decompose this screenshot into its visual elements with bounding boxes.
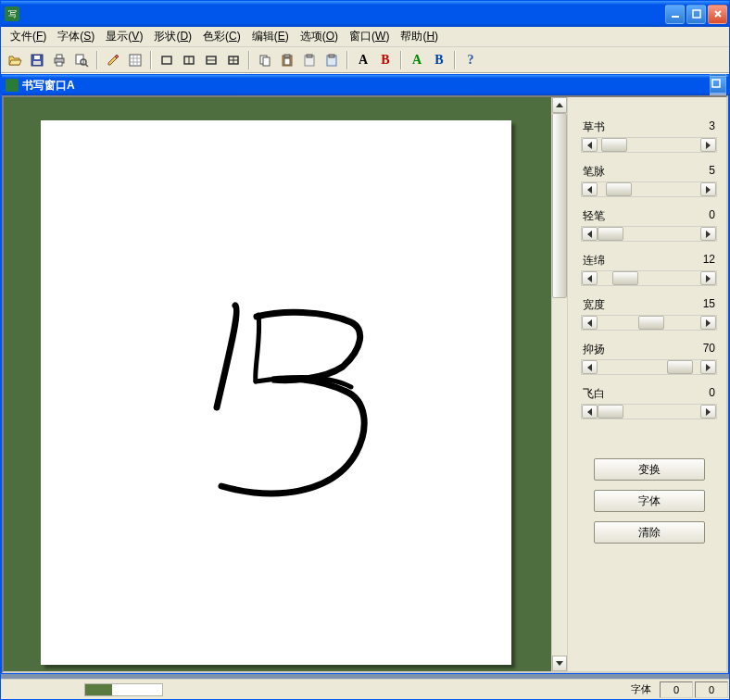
toolbar-separator	[454, 51, 456, 69]
print-icon[interactable]	[49, 50, 69, 70]
svg-rect-27	[284, 55, 290, 57]
slider-label-2: 轻笔	[583, 208, 605, 224]
letter-a1[interactable]: A	[353, 50, 373, 70]
slider-thumb-6[interactable]	[598, 405, 623, 419]
clipboard-icon[interactable]	[299, 50, 320, 70]
slider-right-5[interactable]	[700, 360, 716, 374]
toolbar-separator	[400, 51, 402, 69]
letter-b1[interactable]: B	[375, 50, 396, 70]
slider-left-3[interactable]	[582, 271, 598, 285]
copy-icon[interactable]	[255, 50, 275, 70]
scroll-down-button[interactable]	[552, 656, 567, 671]
slider-track-3[interactable]	[598, 271, 700, 285]
open-icon[interactable]	[5, 50, 25, 70]
rect2-icon[interactable]	[179, 50, 199, 70]
slider-thumb-1[interactable]	[606, 182, 632, 196]
letter-b2[interactable]: B	[429, 50, 449, 70]
slider-value-6: 0	[709, 386, 715, 402]
slider-track-2[interactable]	[598, 227, 700, 241]
slider-thumb-0[interactable]	[601, 138, 627, 152]
letter-a2[interactable]: A	[407, 50, 427, 70]
maximize-button[interactable]	[686, 5, 706, 24]
slider-right-1[interactable]	[700, 182, 716, 196]
rect3-icon[interactable]	[201, 50, 221, 70]
font-button[interactable]: 字体	[594, 490, 705, 512]
slider-thumb-5[interactable]	[667, 360, 693, 374]
menu-s[interactable]: 字体(S)	[52, 27, 100, 46]
menu-w[interactable]: 窗口(W)	[344, 27, 395, 46]
slider-right-6[interactable]	[700, 405, 716, 419]
slider-track-6[interactable]	[598, 405, 700, 419]
slider-bar-0[interactable]	[581, 137, 717, 153]
pencil-icon[interactable]	[103, 50, 123, 70]
slider-value-4: 15	[703, 297, 715, 313]
menu-d[interactable]: 形状(D)	[148, 27, 197, 46]
save-icon[interactable]	[27, 50, 47, 70]
status-pane-1: 0	[660, 681, 693, 698]
slider-right-3[interactable]	[700, 271, 716, 285]
menu-h[interactable]: 帮助(H)	[395, 27, 444, 46]
child-window: 书写窗口A	[1, 74, 729, 674]
close-button[interactable]	[708, 5, 727, 24]
slider-0: 草书3	[581, 119, 717, 153]
svg-rect-0	[672, 16, 679, 18]
slider-6: 飞白0	[581, 386, 717, 419]
minimize-button[interactable]	[665, 5, 685, 24]
slider-left-2[interactable]	[582, 227, 598, 241]
slider-value-5: 70	[703, 342, 715, 357]
toolbar-separator	[346, 51, 348, 69]
slider-bar-3[interactable]	[581, 270, 717, 286]
slider-right-0[interactable]	[700, 138, 716, 152]
slider-thumb-4[interactable]	[638, 316, 664, 330]
child-titlebar[interactable]: 书写窗口A	[2, 75, 728, 95]
svg-rect-1	[693, 10, 700, 18]
svg-rect-28	[284, 58, 290, 65]
slider-left-4[interactable]	[582, 316, 598, 330]
scroll-up-button[interactable]	[552, 97, 567, 113]
child-maximize-button[interactable]	[710, 77, 726, 94]
preview-icon[interactable]	[71, 50, 92, 70]
status-progress	[84, 683, 163, 696]
slider-bar-4[interactable]	[581, 315, 717, 331]
slider-label-6: 飞白	[583, 386, 605, 402]
menu-o[interactable]: 选项(O)	[295, 27, 344, 46]
scroll-thumb[interactable]	[552, 113, 567, 298]
slider-track-0[interactable]	[598, 138, 700, 152]
slider-thumb-2[interactable]	[598, 227, 623, 241]
grid-icon[interactable]	[125, 50, 145, 70]
rect4-icon[interactable]	[223, 50, 244, 70]
slider-thumb-3[interactable]	[612, 271, 638, 285]
menu-v[interactable]: 显示(V)	[100, 27, 148, 46]
menu-c[interactable]: 色彩(C)	[197, 27, 246, 46]
child-body: 草书3笔脉5轻笔0连绵12宽度15抑扬70飞白0 变换 字体 清除	[2, 95, 728, 673]
slider-track-1[interactable]	[598, 182, 700, 196]
paste-icon[interactable]	[277, 50, 297, 70]
slider-bar-1[interactable]	[581, 181, 717, 197]
slider-right-2[interactable]	[700, 227, 716, 241]
rect1-icon[interactable]	[157, 50, 177, 70]
clear-button[interactable]: 清除	[594, 521, 705, 544]
scroll-track[interactable]	[552, 298, 567, 656]
slider-bar-2[interactable]	[581, 226, 717, 242]
help-icon[interactable]: ?	[460, 50, 481, 70]
vertical-scrollbar[interactable]	[551, 97, 567, 671]
slider-left-6[interactable]	[582, 405, 598, 419]
main-titlebar[interactable]: 写	[1, 1, 729, 27]
menu-e[interactable]: 编辑(E)	[246, 27, 295, 46]
slider-2: 轻笔0	[581, 208, 717, 242]
slider-left-5[interactable]	[582, 360, 598, 374]
slider-track-4[interactable]	[598, 316, 700, 330]
slider-left-1[interactable]	[582, 182, 598, 196]
clipboard2-icon[interactable]	[321, 50, 342, 70]
slider-bar-5[interactable]	[581, 359, 717, 375]
status-bar: 字体 0 0	[1, 679, 729, 699]
canvas-area[interactable]	[4, 97, 567, 671]
transform-button[interactable]: 变换	[594, 458, 705, 481]
menu-f[interactable]: 文件(F)	[5, 27, 52, 46]
slider-right-4[interactable]	[700, 316, 716, 330]
drawing-paper[interactable]	[41, 120, 511, 665]
slider-track-5[interactable]	[598, 360, 700, 374]
svg-rect-3	[33, 61, 41, 65]
slider-left-0[interactable]	[582, 138, 598, 152]
slider-bar-6[interactable]	[581, 404, 717, 419]
